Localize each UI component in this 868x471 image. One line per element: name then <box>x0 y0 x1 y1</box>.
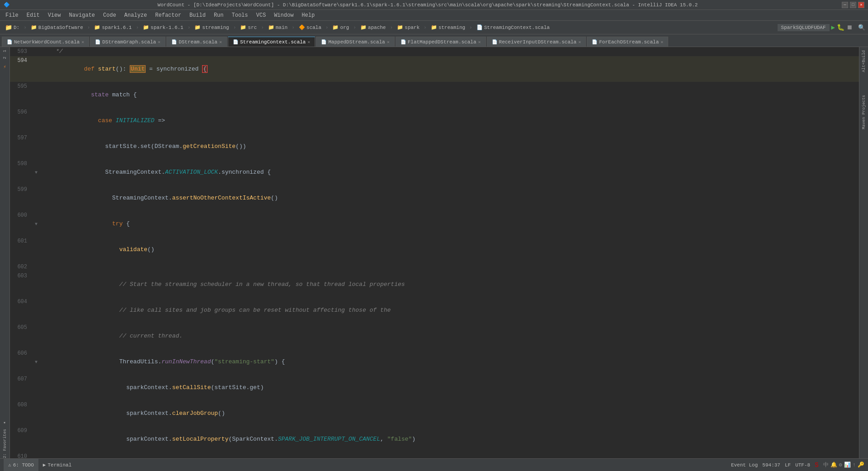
tab-close-dstream[interactable]: ✕ <box>219 39 222 45</box>
tab-dstream[interactable]: 📄 DStream.scala ✕ <box>166 37 227 47</box>
toolbar: 📁 D: › 📁 BigDataSoftware › 📁 spark1.6.1 … <box>0 21 868 34</box>
menu-view[interactable]: View <box>44 11 65 19</box>
table-row: 601 validate() <box>10 237 859 262</box>
tab-mappeddstream[interactable]: 📄 MappedDStream.scala ✕ <box>316 37 394 47</box>
tabs-row-1: 📄 NetworkWordCount.scala ✕ 📄 DStreamGrap… <box>0 34 868 47</box>
tab-close-mappeddstream[interactable]: ✕ <box>387 39 390 45</box>
table-row: 608 sparkContext.clearJobGroup() <box>10 400 859 426</box>
table-row: 599 StreamingContext.assertNoOtherContex… <box>10 185 859 211</box>
table-row: 595 state match { <box>10 82 859 108</box>
status-bar-left: ⚠ 6: TODO ▶ Terminal <box>4 459 76 471</box>
tab-receiverinputdstream[interactable]: 📄 ReceiverInputDStream.scala ✕ <box>487 37 586 47</box>
todo-panel-button[interactable]: ⚠ 6: TODO <box>4 459 38 471</box>
alt-build-icon[interactable]: Alt+Build <box>862 49 866 74</box>
search-everywhere-button[interactable]: 🔍 <box>858 24 865 31</box>
table-row: 610 scheduler.start() <box>10 452 859 458</box>
structure-panel-icon[interactable]: 2 <box>2 56 8 60</box>
notification-icon[interactable]: 🔔 <box>830 461 837 468</box>
title-bar: 🔷 WordCount - [D:\IdeaProjects\WordCount… <box>0 0 868 10</box>
menu-navigate[interactable]: Navigate <box>65 11 99 19</box>
toolbar-file[interactable]: 📄 StreamingContext.scala <box>474 24 552 31</box>
line-separator: LF <box>785 462 791 468</box>
memory-icon[interactable]: 📊 <box>844 461 851 468</box>
stop-button[interactable]: ⏹ <box>846 24 853 31</box>
tab-close-foreachdstream[interactable]: ✕ <box>660 39 663 45</box>
menu-code[interactable]: Code <box>99 11 120 19</box>
table-row: 606 ▼ ThreadUtils.runInNewThread("stream… <box>10 349 859 375</box>
sync-icon[interactable]: 中 <box>823 461 829 469</box>
tab-flatmappeddstream[interactable]: 📄 FlatMappedDStream.scala ✕ <box>396 37 486 47</box>
table-row: 603 // Start the streaming scheduler in … <box>10 271 859 297</box>
title-text: WordCount - [D:\IdeaProjects\WordCount] … <box>14 2 842 8</box>
menu-tools[interactable]: Tools <box>228 11 252 19</box>
status-bar: ⚠ 6: TODO ▶ Terminal Event Log 594:37 LF… <box>0 458 868 471</box>
toolbar-org[interactable]: 📁 org <box>330 24 351 31</box>
settings-icon[interactable]: ⚙ <box>839 461 842 468</box>
terminal-icon: ▶ <box>43 462 46 468</box>
maximize-button[interactable]: □ <box>850 2 856 8</box>
window-controls: ─ □ ✕ <box>842 2 864 8</box>
table-row: 609 sparkContext.setLocalProperty(SparkC… <box>10 426 859 452</box>
terminal-panel-button[interactable]: ▶ Terminal <box>38 459 76 471</box>
toolbar-scala[interactable]: 🔶 scala <box>297 24 324 31</box>
toolbar-bigdata[interactable]: 📁 BigDataSoftware <box>28 24 85 31</box>
left-gutter: 1 2 ⚡ ★ 2: Favorites <box>0 47 10 458</box>
maven-projects-icon[interactable]: Maven Projects <box>862 94 866 131</box>
table-row: 607 sparkContext.setCallSite(startSite.g… <box>10 375 859 400</box>
todo-icon: ⚠ <box>8 462 11 468</box>
tab-foreachdstream[interactable]: 📄 ForEachDStream.scala ✕ <box>587 37 668 47</box>
toolbar-main[interactable]: 📁 main <box>266 24 290 31</box>
table-row: 593 */ <box>10 47 859 56</box>
menu-analyze[interactable]: Analyze <box>121 11 151 19</box>
tasks-icon[interactable]: 🔑 <box>858 461 864 468</box>
debug-button[interactable]: 🐛 <box>837 24 844 31</box>
run-button[interactable]: ▶ <box>831 24 835 31</box>
minimize-button[interactable]: ─ <box>842 2 848 8</box>
toolbar-project-icon[interactable]: 📁 D: <box>3 23 22 32</box>
right-panels: Alt+Build Maven Projects <box>859 47 868 458</box>
tab-streamingcontext[interactable]: 📄 StreamingContext.scala ✕ <box>228 37 315 47</box>
tab-networkwordcount[interactable]: 📄 NetworkWordCount.scala ✕ <box>2 37 89 47</box>
toolbar-src[interactable]: 📁 src <box>238 24 259 31</box>
git-icon[interactable]: ↑ <box>853 462 856 468</box>
encoding: UTF-8 <box>795 462 810 468</box>
tab-dstreamgraph[interactable]: 📄 DStreamGraph.scala ✕ <box>90 37 165 47</box>
table-row: 604 // like call sites and job groups ca… <box>10 297 859 323</box>
toolbar-spark161[interactable]: 📁 spark1.6.1 <box>92 24 134 31</box>
event-log-button[interactable]: Event Log <box>731 462 758 468</box>
menu-vcs[interactable]: VCS <box>253 11 270 19</box>
tab-close-streamingcontext[interactable]: ✕ <box>307 39 310 45</box>
tab-close-flatmappeddstream[interactable]: ✕ <box>478 39 481 45</box>
menu-edit[interactable]: Edit <box>23 11 43 19</box>
favorites-label: 2: Favorites <box>3 429 7 458</box>
cursor-position: 594:37 <box>762 462 780 468</box>
tab-close-dstreamgraph[interactable]: ✕ <box>158 39 160 45</box>
table-row: 597 startSite.set(DStream.getCreationSit… <box>10 133 859 159</box>
toolbar-spark-161[interactable]: 📁 spark-1.6.1 <box>141 24 186 31</box>
menu-refactor[interactable]: Refactor <box>151 11 185 19</box>
code-table: 593 */ 594 def start(): Unit = synchroni… <box>10 47 859 458</box>
favorites-panel-icon[interactable]: ★ <box>2 420 8 426</box>
table-row: 596 case INITIALIZED => <box>10 108 859 133</box>
toolbar-streaming2[interactable]: 📁 streaming <box>429 24 467 31</box>
toolbar-spark[interactable]: 📁 spark <box>395 24 422 31</box>
status-icons: 中 🔔 ⚙ 📊 ↑ 🔑 <box>823 461 864 469</box>
menu-window[interactable]: Window <box>270 11 297 19</box>
table-row: 594 def start(): Unit = synchronized { <box>10 56 859 82</box>
menu-build[interactable]: Build <box>186 11 209 19</box>
menu-help[interactable]: Help <box>298 11 318 19</box>
vcs-panel-icon[interactable]: ⚡ <box>2 63 7 71</box>
project-panel-icon[interactable]: 1 <box>2 49 8 53</box>
tab-close-networkwordcount[interactable]: ✕ <box>81 39 84 45</box>
tab-close-receiverinputdstream[interactable]: ✕ <box>578 39 581 45</box>
menu-run[interactable]: Run <box>210 11 227 19</box>
close-button[interactable]: ✕ <box>858 2 864 8</box>
toolbar-apache[interactable]: 📁 apache <box>358 24 388 31</box>
toolbar-streaming[interactable]: 📁 streaming <box>192 24 231 31</box>
table-row: 605 // current thread. <box>10 323 859 349</box>
todo-label: 6: TODO <box>13 462 34 468</box>
menu-file[interactable]: File <box>2 11 22 19</box>
intellij-logo: S <box>815 461 818 469</box>
code-editor[interactable]: 593 */ 594 def start(): Unit = synchroni… <box>10 47 859 458</box>
table-row: 600 ▼ try { <box>10 211 859 237</box>
